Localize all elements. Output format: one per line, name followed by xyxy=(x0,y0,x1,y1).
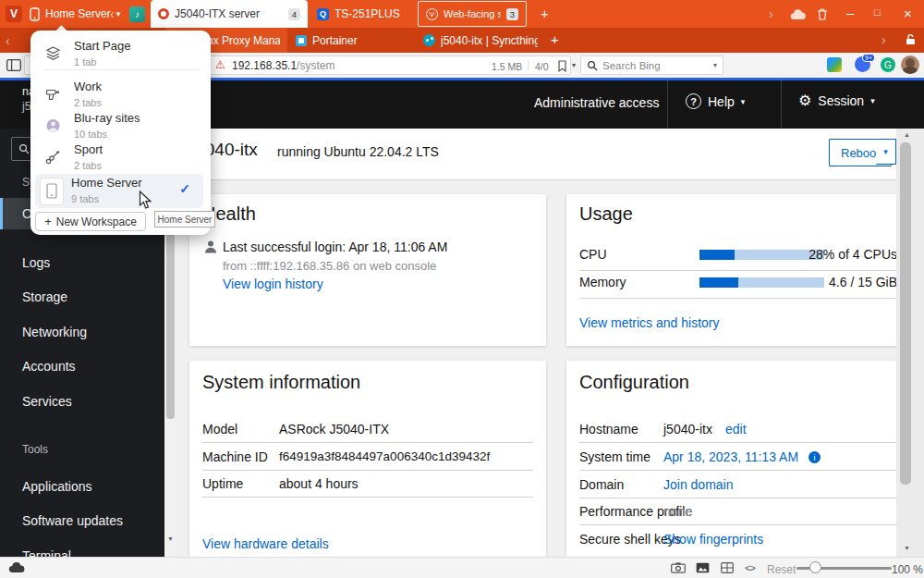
new-tab-button[interactable]: + xyxy=(541,6,549,20)
warning-icon: ⚠ xyxy=(215,58,225,71)
extension-shield-icon[interactable]: 9+ xyxy=(855,56,870,72)
session-menu-button[interactable]: ⚙ Session ▾ xyxy=(798,93,875,108)
tab-j5040-itx-server[interactable]: J5040-ITX server 4 xyxy=(151,0,308,28)
hostname-edit-link[interactable]: edit xyxy=(725,422,747,437)
view-hardware-details-link[interactable]: View hardware details xyxy=(202,536,329,551)
menu-item-blu-ray-sites[interactable]: Blu-ray sites10 tabs xyxy=(40,110,201,141)
cpu-label: CPU xyxy=(579,247,607,262)
subtab-scroll-right-icon[interactable]: › xyxy=(881,32,886,47)
workspace-item-label: Home Server xyxy=(71,176,142,190)
model-value: ASRock J5040-ITX xyxy=(279,422,389,437)
page-actions-image-icon[interactable] xyxy=(696,562,710,573)
masthead-divider xyxy=(781,80,782,129)
system-time-link[interactable]: Apr 18, 2023, 11:13 AM xyxy=(663,449,798,464)
configuration-title: Configuration xyxy=(579,372,689,393)
minimize-button[interactable]: – xyxy=(846,6,854,19)
scroll-down-icon[interactable]: ▼ xyxy=(904,545,910,551)
capture-icon[interactable] xyxy=(671,562,686,573)
workspace-item-count: 2 tabs xyxy=(74,97,102,108)
help-icon: ? xyxy=(686,93,701,109)
search-caret-icon: ▾ xyxy=(713,61,717,69)
tab-label: Web-facing services xyxy=(444,8,501,19)
vivaldi-menu-icon[interactable]: V xyxy=(6,6,22,22)
session-label: Session xyxy=(818,93,864,108)
device-tile xyxy=(40,178,64,205)
source-code-icon[interactable]: <> xyxy=(745,562,755,573)
workspace-item-label: Start Page xyxy=(74,39,130,53)
dumbbell-icon xyxy=(45,150,61,165)
tab-web-facing-services[interactable]: V Web-facing services 3 xyxy=(418,1,527,27)
row-divider xyxy=(579,270,896,271)
uptime-value: about 4 hours xyxy=(279,476,359,491)
browser-status-bar: <> Reset 100 % xyxy=(0,557,924,578)
view-login-history-link[interactable]: View login history xyxy=(223,277,323,291)
browser-tab-bar: V Home Server ▾ ‹ ♪ J5040-ITX server 4 Q… xyxy=(0,0,924,28)
music-pinned-tab-icon[interactable]: ♪ xyxy=(129,6,145,22)
subtab-syncthing[interactable]: j5040-itx | Syncthing xyxy=(416,28,545,53)
subtab-portainer[interactable]: Portainer xyxy=(288,28,415,53)
trash-icon[interactable] xyxy=(817,8,828,20)
search-field[interactable]: Search Bing ▾ xyxy=(580,55,723,75)
zoom-level-label: 100 % xyxy=(892,563,923,576)
page-size-label: 1.5 MB xyxy=(492,61,522,72)
subtab-scroll-left-icon[interactable]: ‹ xyxy=(6,33,10,48)
memory-progress-fill xyxy=(699,277,738,288)
panel-toggle-icon[interactable] xyxy=(6,59,21,71)
workspace-selector-button[interactable]: Home Server ▾ xyxy=(30,4,120,24)
menu-item-sport[interactable]: Sport2 tabs xyxy=(40,141,201,173)
tab-label: J5040-ITX server xyxy=(175,7,283,20)
row-divider xyxy=(579,298,896,299)
sidebar-section-tools: Tools xyxy=(22,443,48,456)
help-menu-button[interactable]: ? Help ▾ xyxy=(686,93,745,109)
sidebar-item-logs[interactable]: Logs xyxy=(0,247,164,278)
sidebar-item-software-updates[interactable]: Software updates xyxy=(0,505,164,536)
zoom-reset-button[interactable]: Reset xyxy=(767,563,796,576)
substack-new-tab-button[interactable]: + xyxy=(551,32,559,46)
join-domain-link[interactable]: Join domain xyxy=(663,477,734,492)
profile-avatar[interactable] xyxy=(901,55,919,74)
screen: V Home Server ▾ ‹ ♪ J5040-ITX server 4 Q… xyxy=(0,0,924,578)
zoom-slider-handle[interactable] xyxy=(809,561,821,573)
info-icon[interactable]: i xyxy=(808,451,821,463)
page-scrollbar[interactable]: ▲ ▼ xyxy=(896,129,924,557)
tab-ts-251plus[interactable]: Q TS-251PLUS xyxy=(310,0,416,28)
maximize-button[interactable]: □ xyxy=(874,7,881,18)
workspace-item-count: 1 tab xyxy=(74,56,96,68)
sidebar-item-storage[interactable]: Storage xyxy=(0,281,164,313)
search-icon xyxy=(18,143,30,154)
sync-cloud-icon[interactable] xyxy=(790,9,806,20)
extension-colorful-icon[interactable] xyxy=(827,57,842,72)
scroll-up-icon[interactable]: ▲ xyxy=(904,131,910,138)
menu-item-home-server-selected[interactable]: Home Server9 tabs ✓ xyxy=(35,174,203,208)
row-divider xyxy=(202,442,533,443)
tab-scroll-left-icon[interactable]: ‹ xyxy=(110,6,115,21)
menu-item-start-page[interactable]: Start Page1 tab xyxy=(40,38,201,69)
sidebar-item-applications[interactable]: Applications xyxy=(0,471,164,502)
cpu-progress-fill xyxy=(699,250,735,260)
tiling-icon[interactable] xyxy=(721,562,734,573)
user-icon xyxy=(204,240,217,253)
administrative-access-button[interactable]: Administrative access xyxy=(534,95,659,110)
new-workspace-button[interactable]: + New Workspace xyxy=(35,212,146,231)
view-metrics-link[interactable]: View metrics and history xyxy=(579,315,719,330)
row-divider xyxy=(579,442,896,443)
layers-icon xyxy=(45,46,61,61)
unlock-icon[interactable] xyxy=(906,34,916,45)
bookmark-icon[interactable] xyxy=(557,60,567,72)
scrollbar-thumb[interactable] xyxy=(900,142,911,485)
tab-scroll-right-icon[interactable]: › xyxy=(769,6,773,21)
scroll-down-icon[interactable]: ▼ xyxy=(167,535,174,542)
menu-divider xyxy=(43,69,198,70)
sidebar-item-services[interactable]: Services xyxy=(0,386,164,417)
show-fingerprints-link[interactable]: Show fingerprints xyxy=(663,532,763,547)
menu-item-work[interactable]: Work2 tabs xyxy=(40,79,201,110)
sidebar-item-networking[interactable]: Networking xyxy=(0,316,164,348)
reboot-menu-toggle[interactable]: ▾ xyxy=(876,139,896,165)
sync-status-cloud-icon[interactable] xyxy=(8,562,25,573)
phone-icon xyxy=(46,183,57,199)
address-caret-icon[interactable]: ▾ xyxy=(572,61,576,69)
grammarly-extension-icon[interactable]: G xyxy=(881,57,895,72)
search-placeholder: Search Bing xyxy=(602,60,709,71)
sidebar-item-accounts[interactable]: Accounts xyxy=(0,350,164,382)
close-button[interactable]: × xyxy=(904,6,912,20)
